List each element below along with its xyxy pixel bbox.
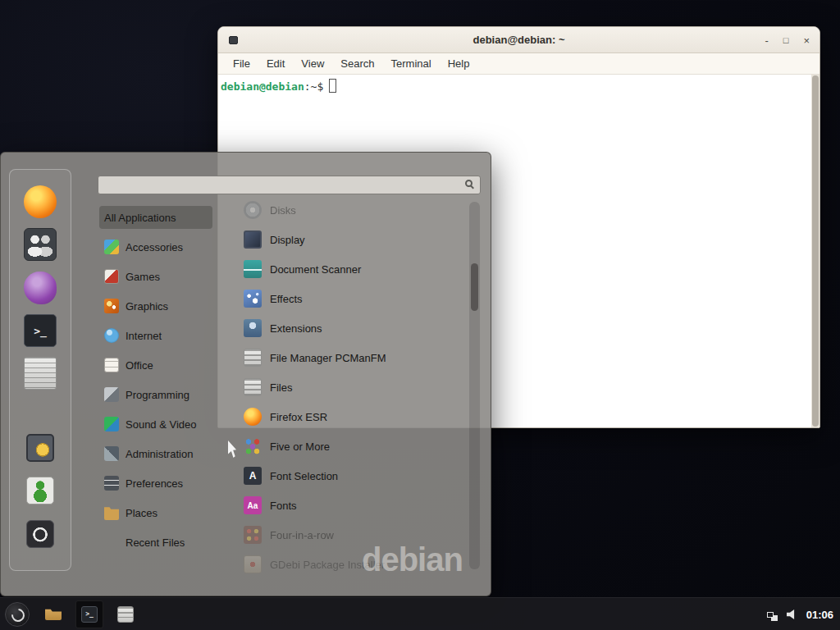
- terminal-scrollbar-handle[interactable]: [812, 75, 819, 427]
- launcher-file-manager[interactable]: [39, 600, 67, 628]
- app-item-fonts[interactable]: AaFonts: [237, 494, 468, 517]
- prompt-separator: :: [304, 80, 311, 93]
- launcher-files[interactable]: [112, 600, 139, 628]
- favorite-file-manager[interactable]: [24, 357, 57, 390]
- category-label: All Applications: [104, 212, 176, 224]
- menu-button[interactable]: [5, 602, 30, 627]
- favorite-users[interactable]: [24, 228, 57, 261]
- terminal-app-icon: [229, 36, 238, 44]
- app-item-extensions[interactable]: Extensions: [237, 317, 468, 340]
- app-item-font-selection[interactable]: AFont Selection: [237, 464, 468, 487]
- lock-screen-button[interactable]: [26, 434, 54, 462]
- gdebi-icon: [244, 555, 262, 573]
- app-label: Five or More: [270, 441, 330, 453]
- clock[interactable]: 01:06: [806, 609, 833, 621]
- app-item-files[interactable]: Files: [237, 376, 468, 399]
- shutdown-button[interactable]: [26, 520, 54, 548]
- effects-icon: [244, 290, 262, 308]
- minimize-button[interactable]: -: [765, 35, 768, 46]
- menu-search[interactable]: Search: [332, 57, 382, 70]
- category-administration[interactable]: Administration: [99, 442, 212, 465]
- places-icon: [104, 505, 119, 520]
- app-item-five-or-more[interactable]: Five or More: [237, 435, 468, 458]
- menu-scrollbar-handle[interactable]: [471, 263, 478, 311]
- launcher-terminal-active[interactable]: >_: [75, 600, 103, 628]
- app-label: Fonts: [270, 500, 297, 512]
- favorite-terminal[interactable]: >_: [24, 314, 57, 347]
- category-all-applications[interactable]: All Applications: [99, 206, 212, 229]
- app-label: Disks: [270, 204, 296, 217]
- programming-icon: [104, 387, 119, 402]
- terminal-scrollbar[interactable]: [811, 75, 819, 427]
- search-input[interactable]: [98, 176, 481, 194]
- category-graphics[interactable]: Graphics: [99, 294, 212, 317]
- close-button[interactable]: ×: [803, 35, 810, 46]
- category-label: Programming: [126, 389, 189, 401]
- category-programming[interactable]: Programming: [99, 383, 212, 406]
- category-sound-video[interactable]: Sound & Video: [99, 413, 212, 436]
- application-menu: >_ All Applications Accessories Games Gr…: [0, 152, 491, 596]
- menu-edit[interactable]: Edit: [258, 57, 293, 70]
- app-label: Files: [270, 381, 292, 394]
- app-item-document-scanner[interactable]: Document Scanner: [237, 258, 468, 281]
- firefox-icon: [24, 185, 57, 218]
- users-icon: [24, 228, 57, 261]
- category-office[interactable]: Office: [99, 354, 212, 377]
- panel-launchers: >_: [39, 600, 139, 628]
- category-places[interactable]: Places: [99, 501, 212, 524]
- app-item-disks[interactable]: Disks: [237, 199, 468, 221]
- fonts-icon: Aa: [244, 496, 262, 514]
- font-selection-icon: A: [244, 467, 262, 485]
- maximize-button[interactable]: □: [783, 36, 789, 45]
- terminal-titlebar[interactable]: debian@debian: ~ - □ ×: [218, 27, 819, 53]
- folder-icon: [45, 608, 62, 620]
- volume-icon[interactable]: [787, 609, 797, 620]
- favorite-firefox[interactable]: [24, 185, 57, 218]
- app-item-effects[interactable]: Effects: [237, 287, 468, 310]
- app-item-display[interactable]: Display: [237, 228, 468, 251]
- app-label: Display: [270, 234, 305, 246]
- lock-screen-icon: [26, 434, 54, 462]
- terminal-cursor: [329, 79, 336, 93]
- favorite-pidgin[interactable]: [24, 272, 57, 304]
- category-label: Places: [126, 507, 158, 519]
- office-icon: [104, 358, 119, 372]
- menu-view[interactable]: View: [293, 57, 332, 70]
- category-recent-files[interactable]: Recent Files: [99, 531, 212, 554]
- graphics-icon: [104, 299, 119, 313]
- logout-icon: [26, 477, 54, 504]
- menu-terminal[interactable]: Terminal: [383, 57, 440, 70]
- category-list: All Applications Accessories Games Graph…: [99, 206, 212, 554]
- five-or-more-icon: [244, 437, 262, 455]
- app-item-pcmanfm[interactable]: File Manager PCManFM: [237, 346, 468, 369]
- category-label: Graphics: [126, 300, 168, 313]
- menu-search: [98, 176, 481, 194]
- disks-icon: [244, 201, 262, 219]
- category-accessories[interactable]: Accessories: [99, 235, 212, 258]
- taskbar-panel: >_ 01:06: [0, 597, 840, 630]
- category-label: Office: [126, 359, 153, 372]
- four-in-a-row-icon: [244, 526, 262, 544]
- display-icon: [244, 231, 262, 249]
- pidgin-icon: [24, 272, 57, 304]
- category-label: Sound & Video: [126, 418, 197, 431]
- prompt-symbol: $: [317, 80, 323, 93]
- shutdown-icon: [26, 520, 54, 548]
- category-preferences[interactable]: Preferences: [99, 472, 212, 495]
- menu-scrollbar[interactable]: [469, 202, 480, 569]
- firefox-esr-icon: [244, 408, 262, 426]
- category-internet[interactable]: Internet: [99, 324, 212, 347]
- application-list: Disks Display Document Scanner Effects E…: [237, 199, 468, 576]
- app-label: Four-in-a-row: [270, 529, 334, 541]
- network-icon[interactable]: [767, 612, 774, 618]
- menu-file[interactable]: File: [225, 57, 258, 70]
- menu-help[interactable]: Help: [440, 57, 478, 70]
- category-label: Administration: [126, 448, 193, 460]
- category-games[interactable]: Games: [99, 265, 212, 288]
- app-item-firefox-esr[interactable]: Firefox ESR: [237, 405, 468, 428]
- terminal-icon: >_: [81, 606, 98, 623]
- terminal-icon: >_: [24, 314, 57, 347]
- games-icon: [104, 269, 119, 284]
- logout-button[interactable]: [26, 477, 54, 504]
- administration-icon: [104, 446, 119, 461]
